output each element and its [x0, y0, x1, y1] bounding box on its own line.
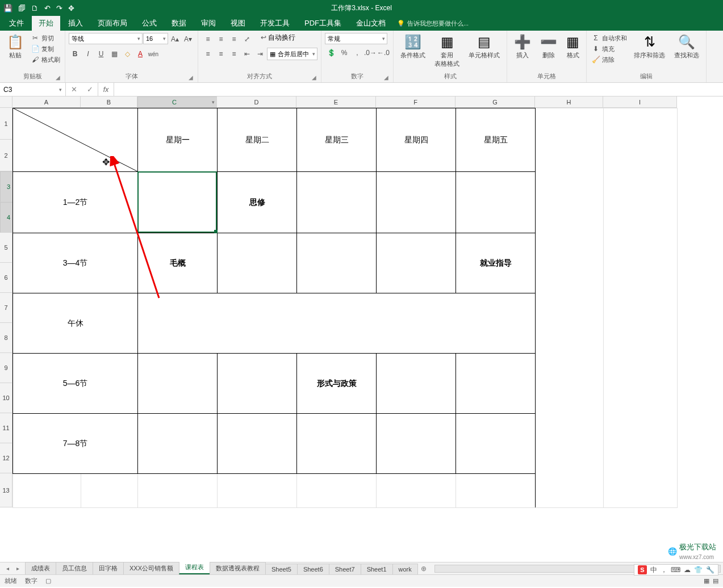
currency-button[interactable]: 💲 [325, 47, 337, 59]
ime-tool-icon[interactable]: 🔧 [706, 566, 714, 574]
enter-icon[interactable]: ✓ [82, 85, 98, 94]
align-bottom-button[interactable]: ≡ [228, 33, 240, 45]
sort-filter-button[interactable]: ⇅排序和筛选 [630, 33, 668, 61]
copy-button[interactable]: 📄复制 [30, 44, 61, 54]
cell[interactable] [456, 474, 536, 508]
cell[interactable] [536, 108, 604, 508]
format-painter-button[interactable]: 🖌格式刷 [30, 54, 61, 65]
cell[interactable] [218, 354, 297, 414]
tab-formula[interactable]: 公式 [135, 16, 164, 31]
align-middle-button[interactable]: ≡ [215, 33, 227, 45]
fill-button[interactable]: ⬇填充 [590, 44, 628, 54]
launcher-icon[interactable]: ◢ [312, 74, 316, 81]
add-sheet-button[interactable]: ⊕ [417, 565, 430, 573]
row-header-11[interactable]: 11 [0, 413, 12, 443]
insert-cells-button[interactable]: ➕插入 [511, 33, 534, 61]
border-button[interactable]: ▦ [108, 48, 120, 60]
cell[interactable] [218, 414, 297, 474]
cell[interactable] [13, 474, 81, 508]
row-header-1[interactable]: 1 [0, 108, 12, 140]
save-icon[interactable]: 💾 [3, 4, 12, 12]
merge-center-button[interactable]: ▦合并后居中 [267, 48, 317, 60]
comma-button[interactable]: , [351, 47, 363, 59]
cell[interactable] [297, 474, 377, 508]
format-cells-button[interactable]: ▦格式 [563, 33, 583, 61]
undo-icon[interactable]: ↶ [44, 4, 51, 12]
indent-dec-button[interactable]: ⇤ [241, 48, 253, 60]
cell[interactable]: 星期三 [297, 108, 377, 172]
italic-button[interactable]: I [82, 48, 94, 60]
tab-view[interactable]: 视图 [224, 16, 252, 31]
cell[interactable]: 就业指导 [456, 233, 536, 293]
cell[interactable]: 星期四 [377, 108, 456, 172]
ime-skin-icon[interactable]: 👕 [694, 566, 703, 574]
tab-layout[interactable]: 页面布局 [91, 16, 134, 31]
launcher-icon[interactable]: ◢ [56, 74, 60, 81]
paste-button[interactable]: 📋 粘贴 [3, 33, 27, 61]
percent-button[interactable]: % [338, 47, 350, 59]
row-header-7[interactable]: 7 [0, 293, 12, 323]
sheet-tab[interactable]: 员工信息 [56, 562, 93, 574]
cell[interactable]: 形式与政策 [297, 354, 377, 414]
underline-button[interactable]: U [95, 48, 107, 60]
cell[interactable] [377, 354, 456, 414]
tab-data[interactable]: 数据 [165, 16, 193, 31]
font-name-select[interactable]: 等线 [69, 33, 143, 44]
cell[interactable] [456, 172, 536, 233]
ime-lang[interactable]: 中 [650, 565, 657, 575]
tab-home[interactable]: 开始 [32, 16, 60, 31]
cell[interactable] [377, 474, 456, 508]
conditional-format-button[interactable]: 🔢条件格式 [397, 33, 429, 61]
delete-cells-button[interactable]: ➖删除 [537, 33, 561, 61]
increase-font-button[interactable]: A▴ [169, 33, 181, 45]
tab-pdf[interactable]: PDF工具集 [298, 16, 348, 31]
cell[interactable] [456, 354, 536, 414]
align-center-button[interactable]: ≡ [215, 48, 227, 60]
row-header-5[interactable]: 5 [0, 233, 12, 263]
cell[interactable] [456, 414, 536, 474]
col-header-I[interactable]: I [603, 96, 677, 108]
bold-button[interactable]: B [69, 48, 81, 60]
font-color-button[interactable]: A [134, 48, 147, 60]
cell[interactable] [297, 414, 377, 474]
ime-punc[interactable]: ， [661, 565, 667, 575]
sheet-tab[interactable]: Sheet6 [297, 564, 329, 574]
decrease-decimal-button[interactable]: ←.0 [377, 47, 390, 59]
col-header-E[interactable]: E [296, 96, 376, 108]
redo-icon[interactable]: ↷ [56, 4, 62, 12]
font-size-select[interactable]: 16 [143, 33, 168, 44]
cell[interactable] [138, 414, 218, 474]
ime-cloud-icon[interactable]: ☁ [684, 566, 691, 574]
tab-insert[interactable]: 插入 [61, 16, 90, 31]
name-box[interactable]: C3 [0, 83, 66, 96]
col-header-F[interactable]: F [376, 96, 455, 108]
ime-keyboard-icon[interactable]: ⌨ [671, 566, 680, 574]
tab-developer[interactable]: 开发工具 [253, 16, 296, 31]
tab-file[interactable]: 文件 [2, 16, 31, 31]
fill-color-button[interactable]: ◇ [121, 48, 133, 60]
align-top-button[interactable]: ≡ [202, 33, 214, 45]
launcher-icon[interactable]: ◢ [384, 74, 388, 81]
align-right-button[interactable]: ≡ [228, 48, 240, 60]
cell[interactable] [138, 354, 218, 414]
select-all-corner[interactable] [0, 96, 12, 108]
tell-me[interactable]: 💡告诉我您想要做什么... [397, 16, 469, 31]
indent-inc-button[interactable]: ⇥ [254, 48, 266, 60]
sheet-tab[interactable]: Sheet1 [361, 564, 393, 574]
col-header-H[interactable]: H [535, 96, 603, 108]
align-left-button[interactable]: ≡ [202, 48, 214, 60]
cut-button[interactable]: ✂剪切 [30, 33, 61, 43]
sheet-tab[interactable]: work [392, 564, 418, 574]
cell[interactable]: 7—8节 [13, 414, 138, 474]
increase-decimal-button[interactable]: .0→ [364, 47, 377, 59]
format-as-table-button[interactable]: ▦套用 表格格式 [431, 33, 463, 69]
cell[interactable] [377, 233, 456, 293]
worksheet-grid[interactable]: ABCDEFGHI 12345678910111213 星期一星期二星期三星期四… [0, 96, 723, 562]
col-header-D[interactable]: D [217, 96, 296, 108]
cell[interactable] [81, 474, 138, 508]
clear-button[interactable]: 🧹清除 [590, 54, 628, 65]
cancel-icon[interactable]: ✕ [66, 85, 82, 94]
fx-icon[interactable]: fx [98, 83, 114, 96]
row-header-10[interactable]: 10 [0, 383, 12, 413]
touch-icon[interactable]: ✥ [68, 4, 74, 12]
